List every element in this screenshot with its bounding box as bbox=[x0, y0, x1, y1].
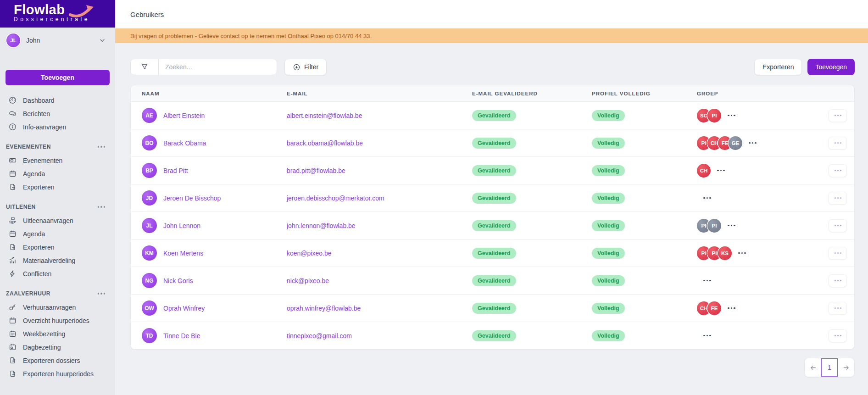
sidebar-item[interactable]: Evenementen bbox=[0, 154, 115, 167]
sidebar-item[interactable]: Weekbezetting bbox=[0, 327, 115, 340]
sidebar-item-icon bbox=[8, 109, 17, 118]
email-validated-badge: Gevalideerd bbox=[472, 275, 516, 286]
user-email-link[interactable]: nick@pixeo.be bbox=[287, 277, 329, 284]
sidebar-item[interactable]: Exporteren bbox=[0, 240, 115, 254]
row-menu-button[interactable] bbox=[829, 329, 847, 342]
sidebar-item[interactable]: Dashboard bbox=[0, 94, 115, 107]
sidebar-item-label: Conflicten bbox=[23, 270, 51, 278]
user-name-link[interactable]: Albert Einstein bbox=[163, 112, 205, 119]
groups-ellipsis-icon[interactable] bbox=[703, 197, 711, 199]
groups-ellipsis-icon[interactable] bbox=[738, 252, 746, 254]
groups-ellipsis-icon[interactable] bbox=[728, 307, 735, 309]
table-row: BP Brad Pitt brad.pitt@flowlab.be Gevali… bbox=[131, 157, 854, 184]
email-validated-badge: Gevalideerd bbox=[472, 138, 516, 149]
sidebar-item[interactable]: Exporteren huurperiodes bbox=[0, 367, 115, 380]
next-page-button[interactable] bbox=[838, 358, 854, 377]
sidebar-item[interactable]: Verhuuraanvragen bbox=[0, 300, 115, 314]
column-header: GROEP bbox=[697, 91, 808, 96]
filter-button[interactable]: Filter bbox=[284, 59, 327, 75]
funnel-icon[interactable] bbox=[131, 59, 159, 75]
page-title: Gebruikers bbox=[130, 11, 164, 18]
sidebar-add-button[interactable]: Toevoegen bbox=[6, 70, 110, 85]
sidebar-item[interactable]: Berichten bbox=[0, 107, 115, 120]
ellipsis-icon bbox=[835, 142, 841, 144]
user-name-link[interactable]: Oprah Winfrey bbox=[163, 305, 205, 312]
profile-complete-badge: Volledig bbox=[592, 275, 625, 286]
user-email-link[interactable]: john.lennon@flowlab.be bbox=[287, 222, 356, 229]
group-badge[interactable]: KS bbox=[718, 246, 732, 260]
row-menu-button[interactable] bbox=[829, 109, 847, 122]
row-menu-button[interactable] bbox=[829, 137, 847, 150]
sidebar-item[interactable]: Info-aanvragen bbox=[0, 120, 115, 134]
groups-ellipsis-icon[interactable] bbox=[703, 280, 711, 282]
sidebar-item[interactable]: Exporteren bbox=[0, 180, 115, 194]
toolbar: Filter Exporteren Toevoegen bbox=[130, 59, 855, 75]
group-badge[interactable]: PI bbox=[707, 219, 721, 233]
brand-name: Flowlab bbox=[14, 3, 115, 17]
group-badge[interactable]: FE bbox=[707, 301, 721, 315]
column-header: E-MAIL bbox=[287, 91, 472, 96]
group-badge[interactable]: PI bbox=[707, 109, 721, 122]
sidebar-item[interactable]: Overzicht huurperiodes bbox=[0, 314, 115, 327]
users-table: NAAM E-MAIL E-MAIL GEVALIDEERD PROFIEL V… bbox=[130, 85, 855, 350]
user-email-link[interactable]: jeroen.debisschop@merkator.com bbox=[287, 195, 384, 202]
sidebar-item-label: Dashboard bbox=[23, 97, 55, 104]
user-email-link[interactable]: brad.pitt@flowlab.be bbox=[287, 167, 345, 174]
sidebar-item[interactable]: Materiaalverdeling bbox=[0, 254, 115, 267]
row-menu-button[interactable] bbox=[829, 192, 847, 205]
sidebar-item[interactable]: Conflicten bbox=[0, 267, 115, 280]
row-menu-button[interactable] bbox=[829, 164, 847, 177]
user-menu[interactable]: JL John bbox=[0, 28, 115, 53]
groups-ellipsis-icon[interactable] bbox=[728, 225, 735, 227]
row-menu-button[interactable] bbox=[829, 219, 847, 232]
groups-ellipsis-icon[interactable] bbox=[749, 142, 757, 144]
topbar: Gebruikers bbox=[115, 0, 868, 28]
row-menu-button[interactable] bbox=[829, 274, 847, 287]
user-name-link[interactable]: Jeroen De Bisschop bbox=[163, 195, 221, 202]
section-ellipsis-icon[interactable] bbox=[98, 146, 106, 148]
user-name-link[interactable]: Koen Mertens bbox=[163, 250, 203, 257]
user-name-link[interactable]: John Lennon bbox=[163, 222, 200, 229]
user-email-link[interactable]: albert.einstein@flowlab.be bbox=[287, 112, 362, 119]
sidebar-item-icon bbox=[8, 316, 17, 325]
user-name-link[interactable]: Tinne De Bie bbox=[163, 332, 200, 339]
user-email-link[interactable]: koen@pixeo.be bbox=[287, 250, 332, 257]
current-page[interactable]: 1 bbox=[821, 358, 838, 377]
group-badge[interactable]: GE bbox=[729, 136, 742, 150]
arrow-left-icon bbox=[809, 364, 817, 372]
nav-section-title: UITLENEN bbox=[6, 204, 36, 210]
profile-complete-badge: Volledig bbox=[592, 165, 625, 176]
section-ellipsis-icon[interactable] bbox=[98, 293, 106, 295]
user-name-link[interactable]: Brad Pitt bbox=[163, 167, 188, 174]
profile-complete-badge: Volledig bbox=[592, 220, 625, 231]
row-menu-button[interactable] bbox=[829, 247, 847, 260]
groups-ellipsis-icon[interactable] bbox=[728, 115, 735, 117]
table-row: KM Koen Mertens koen@pixeo.be Gevalideer… bbox=[131, 239, 854, 267]
prev-page-button[interactable] bbox=[805, 358, 821, 377]
user-email-link[interactable]: oprah.winfrey@flowlab.be bbox=[287, 305, 361, 312]
section-ellipsis-icon[interactable] bbox=[98, 206, 106, 208]
row-menu-button[interactable] bbox=[829, 302, 847, 315]
user-name-link[interactable]: Nick Goris bbox=[163, 277, 193, 284]
groups-ellipsis-icon[interactable] bbox=[717, 170, 725, 172]
sidebar-item[interactable]: Agenda bbox=[0, 227, 115, 240]
sidebar-item[interactable]: Exporteren dossiers bbox=[0, 354, 115, 367]
table-row: BO Barack Obama barack.obama@flowlab.be … bbox=[131, 129, 854, 157]
groups-ellipsis-icon[interactable] bbox=[703, 335, 711, 337]
table-row: JD Jeroen De Bisschop jeroen.debisschop@… bbox=[131, 184, 854, 212]
export-button[interactable]: Exporteren bbox=[754, 59, 802, 75]
column-header: PROFIEL VOLLEDIG bbox=[592, 91, 697, 96]
nav-section-items: Evenementen Agenda Exporteren bbox=[0, 154, 115, 194]
user-email-link[interactable]: tinnepixeo@gmail.com bbox=[287, 332, 352, 339]
sidebar-item-label: Verhuuraanvragen bbox=[23, 304, 76, 311]
user-name-link[interactable]: Barack Obama bbox=[163, 139, 206, 147]
avatar: AE bbox=[142, 108, 157, 123]
sidebar-item[interactable]: Dagbezetting bbox=[0, 340, 115, 354]
sidebar-item[interactable]: Uitleenaanvragen bbox=[0, 214, 115, 227]
add-button[interactable]: Toevoegen bbox=[807, 59, 855, 75]
user-email-link[interactable]: barack.obama@flowlab.be bbox=[287, 139, 363, 147]
group-badges: PI PI KS bbox=[697, 246, 732, 260]
search-input[interactable] bbox=[159, 63, 277, 71]
sidebar-item[interactable]: Agenda bbox=[0, 167, 115, 180]
group-badge[interactable]: CH bbox=[697, 164, 711, 178]
